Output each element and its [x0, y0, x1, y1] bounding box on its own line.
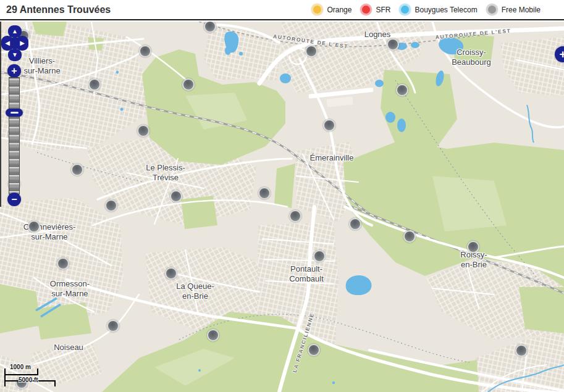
antenna-marker[interactable] [105, 199, 117, 212]
pan-control: ▲ ◀ ▶ ▼ [1, 25, 28, 61]
zoom-slider-track[interactable] [9, 77, 20, 194]
zoom-in-button[interactable]: + [7, 64, 21, 78]
handle-slot [11, 112, 19, 114]
city-label: Le Plessis-Trévise [146, 163, 185, 183]
scale-line: 1000 m 5000 ft [0, 360, 74, 391]
antenna-marker[interactable] [170, 190, 182, 202]
antenna-marker[interactable] [107, 320, 119, 332]
antenna-marker[interactable] [467, 241, 479, 253]
city-label: Croissy-Beaubourg [452, 48, 491, 67]
antenna-marker[interactable] [305, 45, 318, 57]
city-label: La Queue-en-Brie [176, 281, 214, 301]
free-operator-icon [486, 4, 498, 15]
city-label: Lognes [364, 30, 391, 40]
scale-imperial-label: 5000 ft [19, 377, 38, 383]
antenna-marker[interactable] [137, 125, 149, 137]
scale-tick [4, 369, 6, 386]
scale-tick [54, 380, 56, 386]
pan-down-arrow-icon[interactable]: ▼ [8, 49, 22, 61]
orange-operator-icon [311, 4, 323, 15]
antenna-marker[interactable] [289, 210, 301, 222]
city-label: Émerainville [310, 153, 354, 163]
map-viewport[interactable]: AUTOROUTE DE L'ESTAUTOROUTE DE L'ESTLA F… [0, 22, 564, 392]
antenna-marker[interactable] [165, 267, 177, 280]
antenna-marker[interactable] [28, 220, 40, 233]
page-title: 29 Antennes Trouvées [6, 4, 111, 15]
antenna-marker[interactable] [313, 250, 326, 262]
antenna-marker[interactable] [57, 257, 69, 270]
scale-tick [37, 369, 38, 375]
city-label: Noiseau [54, 343, 83, 352]
city-label: Villiers-sur-Marne [23, 56, 60, 76]
antenna-marker[interactable] [71, 164, 83, 176]
antenna-marker[interactable] [403, 230, 416, 243]
scale-bar-metric [4, 374, 38, 375]
legend-label: Bouygues Telecom [415, 6, 477, 14]
legend-item: SFR [360, 4, 390, 15]
legend-item: Bouygues Telecom [399, 4, 477, 15]
legend-item: Orange [311, 4, 351, 15]
legend-label: SFR [376, 6, 390, 14]
map-base [0, 22, 564, 392]
antenna-marker[interactable] [207, 329, 219, 341]
city-label: Pontault-Combault [289, 264, 324, 284]
zoom-out-button[interactable]: − [7, 193, 21, 206]
sfr-operator-icon [360, 4, 372, 15]
antenna-marker[interactable] [387, 38, 399, 51]
antenna-marker[interactable] [88, 78, 101, 91]
scale-metric-label: 1000 m [10, 364, 31, 370]
legend-label: Free Mobile [502, 6, 541, 14]
bouygues-operator-icon [399, 4, 411, 15]
header: 29 Antennes Trouvées OrangeSFRBouygues T… [0, 0, 564, 20]
antenna-marker[interactable] [182, 78, 195, 91]
antenna-marker[interactable] [396, 84, 408, 96]
antenna-marker[interactable] [323, 119, 335, 131]
antenna-marker[interactable] [515, 344, 528, 357]
antenna-marker[interactable] [139, 45, 151, 57]
antenna-marker[interactable] [349, 218, 361, 230]
pan-right-arrow-icon[interactable]: ▶ [16, 36, 28, 51]
legend-item: Free Mobile [486, 4, 541, 15]
legend-label: Orange [327, 6, 351, 14]
antenna-marker[interactable] [258, 187, 271, 199]
city-label: Ormesson-sur-Marne [50, 279, 90, 299]
antenna-marker[interactable] [308, 344, 320, 356]
zoom-slider-handle[interactable] [6, 109, 23, 117]
legend: OrangeSFRBouygues TelecomFree Mobile [303, 4, 541, 15]
